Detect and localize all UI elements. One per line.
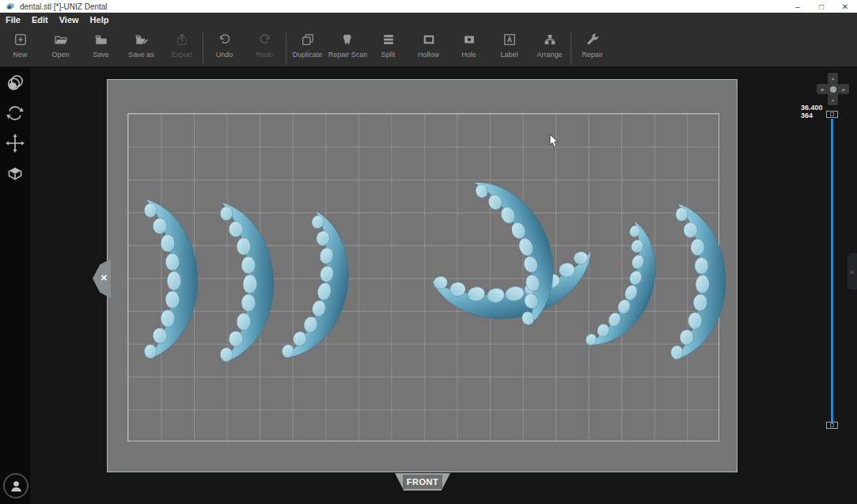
new-icon	[13, 32, 28, 47]
toolbar-split-button[interactable]: Split	[368, 32, 408, 59]
handle-notch	[830, 423, 834, 427]
toolbar-repair-scan-button[interactable]: Repair Scan	[328, 32, 368, 59]
duplicate-icon	[300, 32, 316, 47]
toolbar-undo-button[interactable]: Undo	[204, 32, 245, 59]
view-orientation-inner: FRONT	[403, 475, 442, 489]
orient-tool[interactable]	[0, 160, 30, 187]
minimize-button[interactable]: –	[786, 0, 810, 13]
viewport[interactable]	[107, 79, 738, 472]
nav-left-button[interactable]: ◀	[817, 84, 827, 94]
toolbar: NewOpenSaveSave asExportUndoRedoDuplicat…	[0, 26, 857, 67]
toolbar-export-button[interactable]: Export	[161, 32, 202, 59]
arrow-up-icon: ▲	[831, 76, 835, 81]
view-orientation-tab[interactable]: FRONT	[395, 473, 450, 491]
layer-slider-top-handle[interactable]	[826, 111, 838, 118]
open-icon	[53, 32, 69, 47]
toolbar-open-button[interactable]: Open	[40, 32, 81, 59]
user-icon	[8, 478, 25, 495]
orbit-view-tool[interactable]	[0, 70, 30, 97]
toolbar-save-button[interactable]: Save	[81, 32, 121, 59]
toolbar-separator	[571, 32, 571, 64]
toolbar-arrange-button[interactable]: Arrange	[529, 32, 570, 59]
toolbar-label: Undo	[216, 51, 233, 59]
toolbar-label: Save	[93, 51, 109, 59]
move-tool[interactable]	[0, 130, 30, 157]
tooth-icon	[340, 32, 356, 47]
menu-bar: FileEditViewHelp	[0, 13, 857, 26]
menu-help[interactable]: Help	[85, 15, 115, 25]
app-logo-icon	[6, 2, 15, 11]
save-icon	[93, 32, 109, 47]
toolbar-separator	[203, 32, 203, 64]
close-button[interactable]: ✕	[833, 0, 857, 13]
maximize-button[interactable]: □	[810, 0, 833, 13]
menu-file[interactable]: File	[0, 15, 26, 25]
window-title: dental.stl [*]-UNIZ Dental	[20, 2, 108, 11]
toolbar-label: Arrange	[537, 51, 562, 59]
toolbar-save-as-button[interactable]: Save as	[121, 32, 161, 59]
slider-values: 36.400 364	[801, 104, 828, 119]
dental-arch-model-3[interactable]	[280, 210, 362, 368]
nav-right-button[interactable]: ▶	[839, 84, 849, 94]
toolbar-label-button[interactable]: Label	[489, 32, 529, 59]
menu-edit[interactable]: Edit	[26, 15, 54, 25]
arrange-icon	[542, 32, 558, 47]
hollow-icon	[421, 32, 437, 47]
rotate-icon	[5, 103, 25, 123]
orbit-icon	[5, 73, 25, 93]
split-icon	[381, 32, 396, 47]
toolbar-separator	[286, 32, 286, 64]
menu-view[interactable]: View	[54, 15, 85, 25]
toolbar-new-button[interactable]: New	[0, 32, 40, 59]
cube-icon	[5, 163, 25, 184]
handle-notch	[830, 112, 834, 116]
arrow-right-icon: ▶	[843, 87, 846, 92]
toolbar-label: New	[13, 51, 27, 59]
toolbar-label: Export	[171, 51, 191, 59]
toolbar-duplicate-button[interactable]: Duplicate	[287, 32, 328, 59]
left-panel-collapse-tab[interactable]: ✕	[93, 259, 111, 298]
arrow-down-icon: ▼	[831, 98, 835, 103]
title-bar: dental.stl [*]-UNIZ Dental –□✕	[0, 0, 857, 13]
toolbar-label: Split	[381, 51, 396, 59]
dental-arch-model-7[interactable]	[670, 203, 728, 362]
redo-icon	[257, 32, 273, 47]
layer-slider-bottom-handle[interactable]	[826, 422, 838, 429]
toolbar-label: Repair	[582, 51, 603, 59]
toolbar-redo-button[interactable]: Redo	[245, 32, 285, 59]
export-icon	[174, 32, 190, 47]
dental-arch-model-4[interactable]	[431, 250, 600, 331]
uniz-dental-window: dental.stl [*]-UNIZ Dental –□✕ FileEditV…	[0, 0, 857, 504]
layer-slider-track[interactable]	[831, 119, 833, 427]
toolbar-label: Repair Scan	[328, 51, 368, 59]
scene-canvas	[108, 80, 738, 473]
close-icon: ✕	[100, 273, 108, 283]
mouse-cursor	[549, 135, 559, 149]
toolbar-label: Redo	[256, 51, 274, 59]
view-orientation-label: FRONT	[407, 477, 438, 487]
rotate-tool[interactable]	[0, 100, 30, 127]
nav-up-button[interactable]: ▲	[828, 73, 838, 83]
toolbar-label: Save as	[128, 51, 154, 59]
toolbar-hole-button[interactable]: Hole	[449, 32, 489, 59]
sphere-icon	[830, 86, 836, 93]
toolbar-label: Hole	[461, 51, 476, 59]
wrench-icon	[585, 32, 601, 47]
toolbar-repair-button[interactable]: Repair	[572, 32, 612, 59]
nav-down-button[interactable]: ▼	[828, 95, 838, 105]
slider-value-layer: 364	[801, 112, 828, 119]
slider-value-height: 36.400	[801, 104, 828, 112]
toolbar-label: Duplicate	[293, 51, 323, 59]
toolbar-hollow-button[interactable]: Hollow	[408, 32, 449, 59]
undo-icon	[217, 32, 233, 47]
dental-arch-model-2[interactable]	[220, 203, 273, 362]
arrow-left-icon: ◀	[821, 87, 824, 92]
user-avatar[interactable]	[3, 473, 28, 498]
right-panel-expand-tab[interactable]: «	[848, 253, 857, 290]
saveas-icon	[134, 32, 150, 47]
dental-arch-model-6[interactable]	[584, 221, 674, 360]
label-icon	[502, 32, 518, 47]
dental-arch-model-1[interactable]	[144, 199, 197, 359]
nav-center-button[interactable]	[827, 83, 839, 95]
toolbar-label: Hollow	[418, 51, 439, 59]
